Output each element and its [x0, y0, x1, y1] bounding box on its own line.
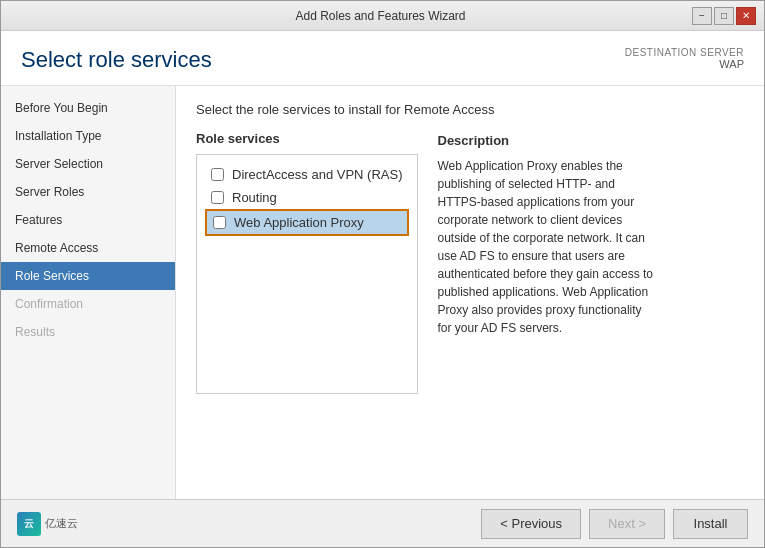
sidebar-item-role-services[interactable]: Role Services [1, 262, 175, 290]
directaccess-label: DirectAccess and VPN (RAS) [232, 167, 403, 182]
window-controls: − □ ✕ [692, 7, 756, 25]
page-title: Select role services [21, 47, 212, 73]
description-text: Web Application Proxy enables the publis… [438, 157, 658, 337]
sidebar-item-results: Results [1, 318, 175, 346]
right-panel: Select the role services to install for … [176, 86, 764, 499]
wizard-window: Add Roles and Features Wizard − □ ✕ Sele… [0, 0, 765, 548]
web-app-proxy-checkbox[interactable] [213, 216, 226, 229]
routing-label: Routing [232, 190, 277, 205]
sidebar-item-server-roles[interactable]: Server Roles [1, 178, 175, 206]
sidebar-item-before-you-begin[interactable]: Before You Begin [1, 94, 175, 122]
destination-server: DESTINATION SERVER WAP [625, 47, 744, 70]
service-web-app-proxy[interactable]: Web Application Proxy [205, 209, 409, 236]
service-routing[interactable]: Routing [205, 186, 409, 209]
routing-checkbox[interactable] [211, 191, 224, 204]
destination-label: DESTINATION SERVER [625, 47, 744, 58]
sidebar-item-confirmation: Confirmation [1, 290, 175, 318]
service-directaccess[interactable]: DirectAccess and VPN (RAS) [205, 163, 409, 186]
sidebar-item-installation-type[interactable]: Installation Type [1, 122, 175, 150]
footer: 云 亿速云 < Previous Next > Install [1, 499, 764, 547]
install-button[interactable]: Install [673, 509, 748, 539]
sidebar-item-server-selection[interactable]: Server Selection [1, 150, 175, 178]
instruction-text: Select the role services to install for … [196, 102, 744, 117]
logo-text: 亿速云 [45, 516, 78, 531]
minimize-button[interactable]: − [692, 7, 712, 25]
description-panel: Description Web Application Proxy enable… [438, 131, 658, 394]
sidebar-item-remote-access[interactable]: Remote Access [1, 234, 175, 262]
two-column-layout: Role services DirectAccess and VPN (RAS)… [196, 131, 744, 394]
sidebar-item-features[interactable]: Features [1, 206, 175, 234]
content-area: Select role services DESTINATION SERVER … [1, 31, 764, 547]
role-services-box: DirectAccess and VPN (RAS) Routing Web A… [196, 154, 418, 394]
role-services-section: Role services DirectAccess and VPN (RAS)… [196, 131, 418, 394]
logo-icon: 云 [17, 512, 41, 536]
web-app-proxy-label: Web Application Proxy [234, 215, 364, 230]
logo-area: 云 亿速云 [17, 512, 78, 536]
role-services-title: Role services [196, 131, 418, 146]
next-button[interactable]: Next > [589, 509, 665, 539]
close-button[interactable]: ✕ [736, 7, 756, 25]
window-title: Add Roles and Features Wizard [69, 9, 692, 23]
maximize-button[interactable]: □ [714, 7, 734, 25]
previous-button[interactable]: < Previous [481, 509, 581, 539]
header-bar: Select role services DESTINATION SERVER … [1, 31, 764, 86]
directaccess-checkbox[interactable] [211, 168, 224, 181]
destination-value: WAP [625, 58, 744, 70]
title-bar: Add Roles and Features Wizard − □ ✕ [1, 1, 764, 31]
description-title: Description [438, 131, 658, 151]
main-content: Before You Begin Installation Type Serve… [1, 86, 764, 499]
sidebar: Before You Begin Installation Type Serve… [1, 86, 176, 499]
